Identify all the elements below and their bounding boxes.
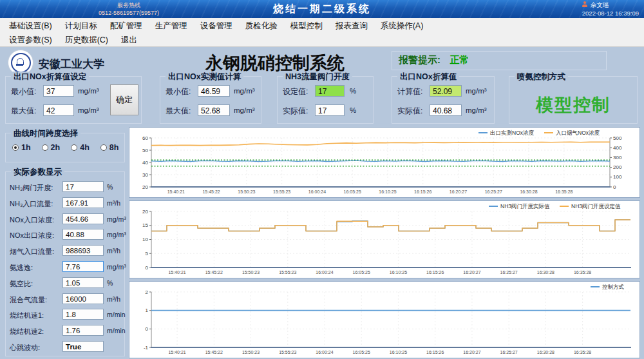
svg-text:16:00:24: 16:00:24 [316,270,333,275]
svg-text:16:25:27: 16:25:27 [500,350,518,354]
unit-label: % [350,87,356,95]
param-field[interactable]: 1.05 [62,277,104,288]
radio-label: 2h [51,143,61,152]
svg-text:16:15:26: 16:15:26 [426,350,444,354]
unit-label: mg/m³ [78,87,99,95]
menu-item-3[interactable]: 配矿管理 [104,19,149,33]
svg-text:10: 10 [142,237,148,242]
panel-timespan: 曲线时间跨度选择 1h2h4h8h [5,133,125,162]
param-label: NH₃入口流量: [10,199,53,209]
unit-label: mg/m³ [466,87,487,95]
svg-text:16:10:25: 16:10:25 [379,189,396,194]
hotline-label: 服务热线 [77,1,180,9]
param-unit: m³/h [107,247,120,255]
menu-item-2[interactable]: 计划目标 [59,19,104,33]
param-label: 烟气入口流量: [10,247,54,257]
menu-bar: 基础设置(B)计划目标配矿管理生产管理设备管理质检化验模型控制报表查询系统操作(… [0,18,644,47]
param-label: 氨逃逸: [10,263,33,273]
service-hotline: 服务热线 0512-58619577(59577) [77,1,180,17]
svg-text:16:20:27: 16:20:27 [463,350,480,354]
nox-setting-min-input[interactable]: 37 [43,85,74,97]
svg-text:16:00:24: 16:00:24 [316,350,333,354]
svg-text:2: 2 [146,289,149,295]
param-field[interactable]: 40.88 [62,229,104,240]
param-field[interactable]: 1.76 [62,325,104,336]
svg-text:16:30:28: 16:30:28 [520,189,537,194]
param-field[interactable]: 167.91 [62,197,104,208]
nox-converted-calc-field[interactable]: 52.09 [430,85,462,97]
svg-text:NH3阀门开度实际值: NH3阀门开度实际值 [500,203,550,209]
svg-text:15:50:23: 15:50:23 [242,270,260,275]
actual-label: 实际值: [283,106,308,117]
menu-sub-item-1[interactable]: 设置参数(S) [3,33,59,47]
param-unit: % [107,183,113,191]
calc-label: 计算值: [397,86,422,97]
menu-item-6[interactable]: 质检化验 [239,19,284,33]
menu-sub-item-2[interactable]: 历史数据(C) [59,33,115,47]
param-unit: m/min [107,327,126,335]
university-name: 安徽工业大学 [39,57,104,72]
param-row: NH₃阀门开度:17% [6,180,124,196]
param-row: NOx出口浓度:40.88mg/m³ [6,228,124,244]
svg-text:5: 5 [146,251,149,257]
set-label: 设定值: [283,86,308,97]
title-bar: 服务热线 0512-58619577(59577) 烧结一期二级系统 佘文瑶 2… [0,0,644,18]
max-label: 最大值: [11,106,36,117]
panel-title: 出口NOx折算值设定 [11,72,89,82]
menu-item-5[interactable]: 设备管理 [194,19,239,33]
param-field[interactable]: 454.66 [62,213,104,224]
param-label: NOx入口浓度: [10,215,54,225]
timespan-option-8h[interactable]: 8h [100,143,119,152]
user-name: 佘文瑶 [591,1,609,8]
svg-text:15:45:22: 15:45:22 [202,189,220,194]
svg-text:16:20:27: 16:20:27 [463,270,480,275]
timespan-radio-group: 1h2h4h8h [12,143,118,152]
timespan-option-4h[interactable]: 4h [71,143,90,152]
svg-text:控制方式: 控制方式 [602,284,624,290]
param-field[interactable]: 7.76 [62,261,104,272]
panel-nox-measured: 出口NOx实测值计算 最小值: 46.59 mg/m³ 最大值: 52.68 m… [160,76,261,124]
param-label: 混合气流量: [10,295,47,305]
alarm-status: 正常 [450,54,469,65]
svg-text:0: 0 [146,265,149,271]
param-field[interactable]: 17 [62,181,104,192]
unit-label: mg/m³ [78,106,99,114]
svg-text:16:30:28: 16:30:28 [537,350,554,354]
timespan-option-1h[interactable]: 1h [12,143,31,152]
menu-item-4[interactable]: 生产管理 [149,19,194,33]
menu-sub-item-3[interactable]: 退出 [115,33,144,47]
svg-text:16:10:25: 16:10:25 [390,270,407,275]
param-unit: mg/m³ [107,231,126,238]
param-field[interactable]: 16000 [62,293,104,304]
menu-item-9[interactable]: 系统操作(A) [374,19,430,33]
param-label: NH₃阀门开度: [10,183,53,193]
timespan-option-2h[interactable]: 2h [42,143,61,152]
svg-text:15:45:22: 15:45:22 [205,270,223,275]
nox-measured-max-field[interactable]: 52.68 [198,104,230,116]
svg-text:16:15:26: 16:15:26 [426,270,444,275]
param-row: 烧结机速2:1.76m/min [6,324,124,340]
param-field[interactable]: True [62,341,104,352]
svg-text:16:20:27: 16:20:27 [450,189,467,194]
menu-item-7[interactable]: 模型控制 [284,19,329,33]
param-field[interactable]: 1.8 [62,309,104,320]
svg-text:0: 0 [146,326,149,332]
svg-text:16:00:24: 16:00:24 [308,189,326,194]
param-row: 混合气流量:16000m³/h [6,292,124,308]
nh3-valve-actual-field[interactable]: 17 [315,104,345,116]
panel-title: 实际参数显示 [11,167,64,178]
confirm-button[interactable]: 确定 [110,84,138,115]
nox-measured-min-field[interactable]: 46.59 [198,85,230,97]
panel-title: NH3流量阀门开度 [283,72,352,82]
radio-icon [71,144,77,151]
nh3-valve-set-field[interactable]: 17 [315,85,345,97]
actual-label: 实际值: [397,106,422,117]
param-field[interactable]: 988693 [62,245,104,256]
menu-item-1[interactable]: 基础设置(B) [3,19,59,33]
nox-setting-max-input[interactable]: 42 [43,104,74,116]
menu-item-8[interactable]: 报表查询 [329,19,374,33]
panel-nox-setting: 出口NOx折算值设定 最小值: 37 mg/m³ 最大值: 42 mg/m³ 确… [5,76,142,124]
menu-row-2: 设置参数(S)历史数据(C)退出 [0,32,644,46]
nox-converted-actual-field[interactable]: 40.68 [430,104,462,116]
app-title: 烧结一期二级系统 [273,3,371,16]
